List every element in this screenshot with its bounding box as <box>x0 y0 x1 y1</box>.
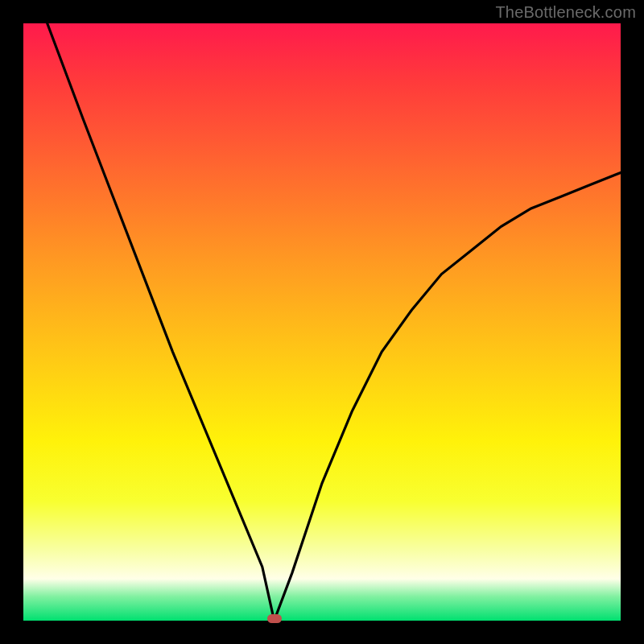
optimal-marker <box>267 614 282 623</box>
attribution-text: TheBottleneck.com <box>495 3 636 22</box>
curve-path <box>47 23 621 621</box>
bottleneck-curve <box>23 23 621 621</box>
